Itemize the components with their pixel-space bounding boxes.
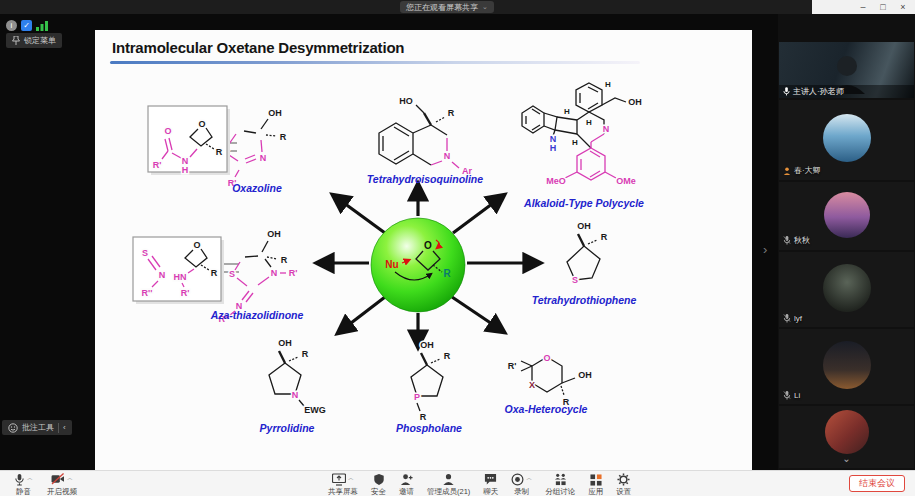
atom-label-oh: OH	[267, 229, 281, 239]
avatar	[823, 341, 871, 389]
product-label-alkaloid-polycycle: Alkaloid-Type Polycycle	[523, 197, 644, 209]
structure-tetrahydrothiophene: S OH R Tetrahydrothiophene	[532, 221, 637, 306]
share-screen-button[interactable]: ︿ 共享屏幕	[328, 473, 358, 496]
collapse-left-icon[interactable]: ‹	[63, 423, 66, 432]
product-label-tetrahydrothiophene: Tetrahydrothiophene	[532, 294, 637, 306]
more-participants-chevron[interactable]: ⌄	[842, 456, 850, 462]
participant-tile[interactable]: ⌄	[779, 406, 914, 468]
atom-label-r: R	[443, 268, 451, 279]
minimize-button[interactable]: –	[854, 1, 872, 13]
chevron-up-icon[interactable]: ︿	[67, 474, 73, 483]
atom-label-h: H	[586, 118, 592, 127]
manage-members-button[interactable]: 管理成员(21)	[427, 473, 470, 496]
breakout-rooms-icon	[554, 473, 567, 486]
meeting-toolbar: ︿ 静音 ︿ 开启视频 ︿ 共享屏幕	[0, 470, 915, 496]
atom-label-meo: MeO	[546, 176, 566, 186]
shared-screen-stage: i ✓ 锁定菜单 批注工具 ‹ › Intramolecular Oxetane…	[0, 14, 778, 470]
participant-tile[interactable]: lyf	[779, 252, 914, 327]
atom-label-oh: OH	[578, 370, 592, 380]
camera-off-icon	[51, 473, 65, 485]
atom-label-n: N	[603, 124, 610, 134]
precursor-box-isothiocyanate-oxetane: S N R'' O HN R' R	[133, 237, 224, 304]
title-underline	[110, 61, 640, 64]
atom-label-oh: OH	[577, 221, 591, 231]
shield-icon[interactable]: ✓	[21, 20, 32, 31]
invite-button[interactable]: 邀请	[399, 473, 414, 496]
atom-label-hn: HN	[174, 272, 187, 282]
user-plus-icon	[400, 473, 413, 486]
product-label-oxa-heterocycle: Oxa-Heterocycle	[505, 403, 588, 415]
apps-grid-icon	[590, 474, 602, 486]
atom-label-r: R	[420, 412, 427, 422]
start-video-label: 开启视频	[47, 487, 77, 496]
atom-label-rpp: R''	[142, 288, 153, 298]
apps-button[interactable]: 应用	[588, 473, 603, 496]
atom-label-r: R	[216, 147, 223, 157]
end-meeting-button[interactable]: 结束会议	[849, 475, 905, 492]
settings-label: 设置	[616, 487, 631, 496]
chevron-up-icon[interactable]: ︿	[348, 474, 354, 483]
atom-label-rp: R'	[289, 268, 298, 278]
atom-label-n: N	[260, 153, 267, 163]
atom-label-h: H	[182, 165, 189, 175]
precursor-box-amide-oxetane: R' O N H O R	[148, 106, 230, 175]
participant-name: Li	[794, 391, 800, 400]
structure-tetrahydroisoquinoline: N Ar HO R Tetrahydroisoquinoline	[367, 96, 483, 185]
info-icon[interactable]: i	[6, 20, 17, 31]
atom-label-rp: R'	[181, 288, 190, 298]
security-button[interactable]: 安全	[371, 473, 386, 496]
structure-alkaloid-polycycle: N N H H H H H	[522, 80, 644, 209]
chevron-up-icon[interactable]: ︿	[27, 474, 33, 483]
mic-icon	[783, 87, 790, 96]
status-icons: i ✓	[6, 20, 48, 31]
avatar	[823, 264, 871, 312]
screen-share-banner[interactable]: 您正在观看屏幕共享 ⌄	[400, 1, 494, 13]
atom-label-x: X	[529, 380, 535, 390]
chat-button[interactable]: 聊天	[483, 473, 498, 496]
pin-menu-button[interactable]: 锁定菜单	[6, 33, 62, 48]
atom-label-h: H	[572, 138, 578, 147]
pin-icon	[12, 36, 20, 45]
atom-label-h: H	[605, 80, 611, 89]
mute-button[interactable]: ︿ 静音	[14, 473, 33, 496]
participant-name: lyf	[794, 314, 802, 323]
atom-label-o: O	[424, 240, 432, 251]
invite-label: 邀请	[399, 487, 414, 496]
participant-tile[interactable]: Li	[779, 329, 914, 404]
atom-label-ho: HO	[399, 96, 413, 106]
atom-label-oh: OH	[268, 108, 282, 118]
titlebar: 您正在观看屏幕共享 ⌄	[0, 0, 812, 14]
atom-label-s: S	[142, 248, 148, 258]
start-video-button[interactable]: ︿ 开启视频	[47, 473, 77, 496]
divider	[58, 423, 59, 433]
mic-muted-icon	[783, 236, 791, 245]
atom-label-n: N	[292, 390, 299, 400]
speaker-namebar: 主讲人·孙老师	[779, 85, 914, 98]
atom-label-ewg: EWG	[304, 405, 326, 415]
product-label-phospholane: Phospholane	[396, 422, 462, 434]
breakout-rooms-button[interactable]: 分组讨论	[545, 473, 575, 496]
product-label-aza-thiazolidinone: Aza-thiazolidinone	[210, 309, 304, 321]
close-button[interactable]: ×	[894, 1, 912, 13]
atom-label-r: R	[448, 108, 455, 118]
maximize-button[interactable]: □	[874, 1, 892, 13]
record-button[interactable]: ︿ 录制	[511, 473, 532, 496]
window-controls: – □ ×	[854, 1, 912, 13]
annotation-toolbar[interactable]: 批注工具 ‹	[2, 420, 72, 435]
oxetane-sphere: O R Nu	[371, 218, 465, 312]
participant-tile[interactable]: 秋秋	[779, 182, 914, 250]
atom-label-n: N	[271, 268, 278, 278]
participant-tile[interactable]: 春·大卿	[779, 100, 914, 180]
reaction-scheme: O R Nu	[95, 72, 752, 468]
atom-label-rp: R'	[508, 361, 517, 371]
manage-members-label: 管理成员(21)	[427, 487, 470, 496]
sidebar-collapse-handle[interactable]: ›	[763, 242, 767, 257]
settings-button[interactable]: 设置	[616, 473, 631, 496]
structure-phospholane: P R OH R Phospholane	[396, 340, 462, 434]
avatar	[823, 114, 871, 162]
atom-label-r: R	[281, 255, 288, 265]
atom-label-n: N	[159, 270, 166, 280]
speaker-video-tile[interactable]: 主讲人·孙老师	[779, 42, 914, 98]
chevron-up-icon[interactable]: ︿	[526, 474, 532, 483]
atom-label-r: R	[302, 349, 309, 359]
